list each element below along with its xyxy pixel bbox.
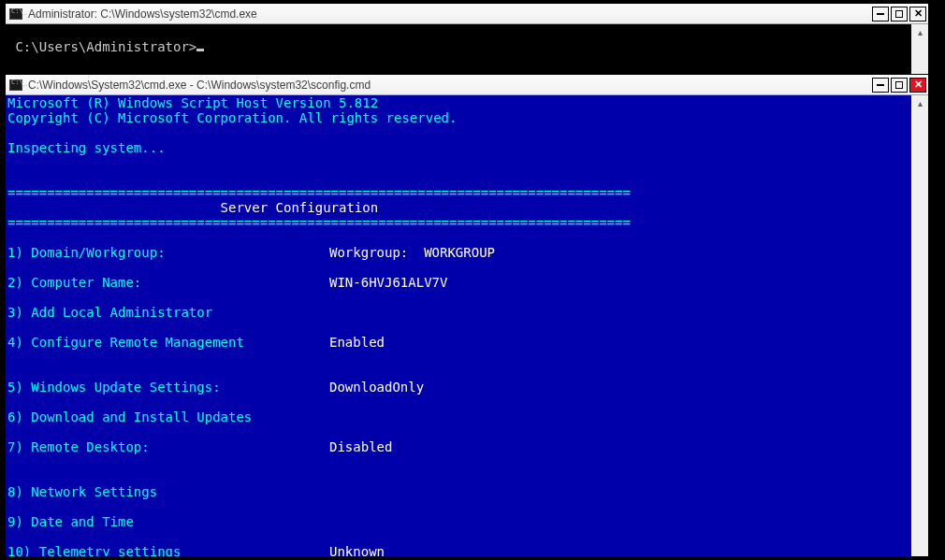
scroll-up-icon[interactable] (911, 95, 928, 110)
menu-item: 4) Configure Remote ManagementEnabled (7, 335, 909, 350)
window-title-front: C:\Windows\System32\cmd.exe - C:\Windows… (28, 79, 872, 92)
menu-item-label: 2) Computer Name: (7, 275, 329, 290)
menu-item: 5) Windows Update Settings:DownloadOnly (7, 380, 909, 395)
cmd-prompt-back: C:\Users\Administrator> (15, 39, 196, 54)
menu-item-label: 9) Date and Time (7, 514, 329, 529)
banner-title: Server Configuration (7, 200, 378, 215)
menu-item: 10) Telemetry settingsUnknown (7, 544, 909, 556)
menu-item-label: 1) Domain/Workgroup: (7, 245, 329, 260)
menu-item-label: 6) Download and Install Updates (7, 409, 329, 424)
menu-item-value: WIN-6HVJ61ALV7V (329, 275, 447, 290)
maximize-button-front[interactable] (891, 78, 908, 93)
menu-item: 9) Date and Time (7, 514, 909, 529)
scrollbar-front[interactable] (911, 95, 928, 556)
menu-item: 6) Download and Install Updates (7, 409, 909, 424)
close-button-back[interactable]: ✕ (909, 7, 926, 22)
menu-item: 2) Computer Name:WIN-6HVJ61ALV7V (7, 275, 909, 290)
menu-item: 3) Add Local Administrator (7, 305, 909, 320)
divider-line: ========================================… (7, 215, 631, 230)
menu-item-value: Disabled (329, 439, 392, 454)
cmd-icon (9, 8, 22, 20)
inspecting-line: Inspecting system... (7, 140, 166, 155)
menu-item-value: Enabled (329, 335, 385, 350)
menu-item-value: DownloadOnly (329, 380, 424, 395)
menu-item-label: 10) Telemetry settings (7, 544, 329, 556)
titlebar-back[interactable]: Administrator: C:\Windows\system32\cmd.e… (6, 4, 928, 24)
console-front[interactable]: Microsoft (R) Windows Script Host Versio… (6, 95, 911, 556)
menu-item: 8) Network Settings (7, 484, 909, 499)
menu-item-label: 7) Remote Desktop: (7, 439, 329, 454)
text-cursor-back (196, 49, 204, 51)
script-host-version: Microsoft (R) Windows Script Host Versio… (7, 95, 378, 110)
divider-line: ========================================… (7, 185, 631, 200)
cmd-icon (9, 79, 22, 91)
minimize-button-front[interactable] (872, 78, 889, 93)
sconfig-window-front: C:\Windows\System32\cmd.exe - C:\Windows… (5, 74, 929, 556)
menu-item: 1) Domain/Workgroup:Workgroup: WORKGROUP (7, 245, 909, 260)
minimize-button-back[interactable] (872, 7, 889, 22)
menu-item: 7) Remote Desktop:Disabled (7, 439, 909, 454)
close-button-front[interactable]: ✕ (909, 78, 926, 93)
menu-item-label: 3) Add Local Administrator (7, 305, 329, 320)
window-title-back: Administrator: C:\Windows\system32\cmd.e… (28, 7, 872, 21)
scroll-up-icon[interactable] (911, 24, 928, 39)
menu-item-label: 5) Windows Update Settings: (7, 380, 329, 395)
titlebar-front[interactable]: C:\Windows\System32\cmd.exe - C:\Windows… (6, 75, 928, 95)
menu-item-value: Workgroup: WORKGROUP (329, 245, 495, 260)
titlebar-controls-front: ✕ (872, 78, 926, 93)
menu-item-label: 4) Configure Remote Management (7, 335, 329, 350)
titlebar-controls-back: ✕ (872, 7, 926, 22)
window-body-front: Microsoft (R) Windows Script Host Versio… (6, 95, 928, 556)
menu-item-value: Unknown (329, 544, 385, 556)
copyright-line: Copyright (C) Microsoft Corporation. All… (7, 110, 457, 125)
maximize-button-back[interactable] (891, 7, 908, 22)
menu-item-label: 8) Network Settings (7, 484, 329, 499)
